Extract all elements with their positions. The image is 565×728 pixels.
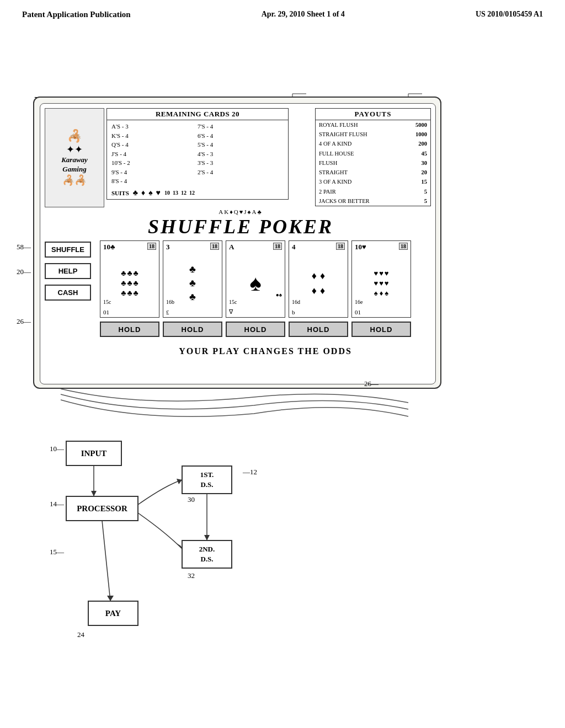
svg-text:1ST.: 1ST. — [200, 470, 214, 479]
payouts-box: PAYOUTS ROYAL FLUSH 5000 STRAIGHT FLUSH … — [315, 108, 431, 206]
svg-marker-28 — [107, 596, 114, 601]
card-5-bottom: 01 — [355, 309, 361, 315]
rc-row: J'S - 4 — [111, 149, 198, 159]
hold-button-4[interactable]: HOLD — [289, 322, 348, 337]
svg-marker-29 — [204, 535, 210, 540]
rc-row: Q'S - 4 — [111, 140, 198, 149]
remaining-cards-body: A'S - 37'S - 4 K'S - 46'S - 4 Q'S - 45'S… — [107, 120, 288, 188]
svg-text:2ND.: 2ND. — [199, 545, 215, 553]
card-1-bottom: 01 — [103, 309, 109, 315]
svg-text:D.S.: D.S. — [200, 555, 213, 563]
hold-button-3[interactable]: HOLD — [226, 322, 285, 337]
header-right: US 2010/0105459 A1 — [476, 10, 543, 19]
cards-area: 10♣ 18 15c ♣♣♣ ♣♣♣ ♣♣♣ 01 3 18 16b ♣♣♣ £ — [100, 240, 431, 318]
payout-fullhouse: FULL HOUSE 45 — [316, 149, 430, 158]
rc-row: K'S - 4 — [111, 131, 198, 141]
card-fan-decoration: AK♦Q♥J♠A♣ — [105, 208, 376, 215]
remaining-cards-title: REMAINING CARDS 20 — [107, 109, 288, 120]
payout-4ofakind: 4 OF A KIND 200 — [316, 139, 430, 148]
card-4: 4 18 16d ♦♦ ♦♦ b — [289, 240, 348, 318]
card-3-suit: ♠ — [249, 270, 261, 296]
header-center: Apr. 29, 2010 Sheet 1 of 4 — [262, 10, 345, 19]
rc-row: 2'S - 4 — [198, 168, 284, 177]
suit-hearts: ♥ — [156, 189, 161, 197]
card-2-rank: 3 — [166, 243, 170, 251]
hold-button-2[interactable]: HOLD — [163, 322, 222, 337]
suit-clubs: ♣ — [133, 189, 138, 197]
tagline: YOUR PLAY CHANGES THE ODDS — [100, 346, 431, 356]
suits-row: SUITS ♣ ♦ ♠ ♥ 10 13 12 12 — [107, 188, 288, 199]
svg-text:24: 24 — [77, 630, 85, 639]
svg-text:30: 30 — [188, 495, 195, 504]
card-1-rank: 10♣ — [103, 243, 115, 251]
hold-button-5[interactable]: HOLD — [351, 322, 411, 337]
card-1-badge: 18 — [147, 243, 156, 250]
card-2-bottom: £ — [166, 309, 169, 315]
hold-buttons-row: HOLD HOLD HOLD HOLD HOLD — [100, 322, 431, 337]
svg-text:D.S.: D.S. — [200, 480, 213, 489]
payouts-title: PAYOUTS — [316, 109, 430, 120]
svg-text:10—: 10— — [50, 445, 65, 453]
suit-spades: ♠ — [148, 189, 152, 197]
card-4-suits: ♦♦ ♦♦ — [312, 270, 325, 297]
rc-row: 9'S - 4 — [111, 168, 198, 177]
flow-diagram: INPUT 10— PROCESSOR 14— 1ST. D.S. —12 30… — [33, 386, 441, 711]
svg-text:—12: —12 — [242, 468, 257, 476]
left-buttons: SHUFFLE HELP CASH — [45, 242, 91, 301]
card-3-rank: A — [229, 243, 234, 251]
rc-row: 8'S - 4 — [111, 176, 198, 186]
card-4-ref: 16d — [292, 299, 300, 305]
card-5: 10♥ 18 16e ♥♥♥ ♥♥♥ ♠♦♠ 01 — [351, 240, 411, 318]
rc-row: 10'S - 2 — [111, 158, 198, 168]
rc-row — [198, 176, 284, 186]
cash-button[interactable]: CASH — [45, 285, 91, 301]
payout-3ofakind: 3 OF A KIND 15 — [316, 177, 430, 186]
payout-flush: FLUSH 30 — [316, 158, 430, 168]
rc-row: 6'S - 4 — [198, 131, 284, 141]
svg-line-27 — [102, 521, 110, 601]
ref-20: 20— — [17, 267, 31, 276]
card-2-badge: 18 — [210, 243, 219, 250]
logo-area: 🦂 ✦✦ KarawayGaming 🦂🦂 — [45, 108, 104, 207]
svg-text:PROCESSOR: PROCESSOR — [77, 504, 127, 513]
payout-jacks-better: JACKS OR BETTER 5 — [316, 196, 430, 206]
game-title-area: AK♦Q♥J♠A♣ SHUFFLE POKER — [105, 208, 376, 238]
logo-text: KarawayGaming — [61, 156, 88, 174]
card-2-suits: ♣♣♣ — [189, 264, 196, 303]
card-5-suits: ♥♥♥ ♥♥♥ ♠♦♠ — [374, 269, 388, 298]
shuffle-button[interactable]: SHUFFLE — [45, 242, 91, 258]
card-1-ref: 15c — [103, 299, 111, 305]
game-display: 🦂 ✦✦ KarawayGaming 🦂🦂 REMAINING CARDS 20… — [40, 103, 436, 384]
card-2-ref: 16b — [166, 299, 174, 305]
rc-row: 4'S - 3 — [198, 149, 284, 159]
game-outer-box: 🦂 ✦✦ KarawayGaming 🦂🦂 REMAINING CARDS 20… — [33, 97, 441, 389]
card-4-bottom: b — [292, 309, 295, 315]
rc-row: 7'S - 4 — [198, 122, 284, 131]
card-5-badge: 18 — [399, 243, 408, 250]
card-4-rank: 4 — [292, 243, 296, 251]
svg-text:14—: 14— — [50, 500, 65, 508]
game-title: SHUFFLE POKER — [105, 216, 376, 238]
suit-diamonds: ♦ — [141, 189, 145, 197]
card-4-badge: 18 — [336, 243, 345, 250]
rc-row: A'S - 3 — [111, 122, 198, 131]
header-left: Patent Application Publication — [22, 10, 131, 19]
hold-button-1[interactable]: HOLD — [100, 322, 159, 337]
card-2: 3 18 16b ♣♣♣ £ — [163, 240, 222, 318]
svg-text:32: 32 — [188, 571, 195, 580]
card-5-rank: 10♥ — [355, 243, 366, 251]
help-button[interactable]: HELP — [45, 263, 91, 279]
remaining-cards-box: REMAINING CARDS 20 A'S - 37'S - 4 K'S - … — [106, 108, 289, 200]
card-1-suits: ♣♣♣ ♣♣♣ ♣♣♣ — [121, 269, 138, 298]
svg-marker-26 — [177, 543, 182, 549]
rc-row: 3'S - 3 — [198, 158, 284, 168]
card-3: A 18 15c ♠ ●♠ ∇ — [226, 240, 285, 318]
rc-row: 5'S - 4 — [198, 140, 284, 149]
card-3-badge: 18 — [273, 243, 282, 250]
svg-marker-24 — [91, 491, 97, 496]
card-3-bottom: ∇ — [229, 308, 233, 315]
payout-straight-flush: STRAIGHT FLUSH 1000 — [316, 130, 430, 139]
ref-26-top: 26— — [17, 317, 31, 326]
card-3-other: ●♠ — [276, 292, 282, 298]
payout-straight: STRAIGHT 20 — [316, 168, 430, 177]
